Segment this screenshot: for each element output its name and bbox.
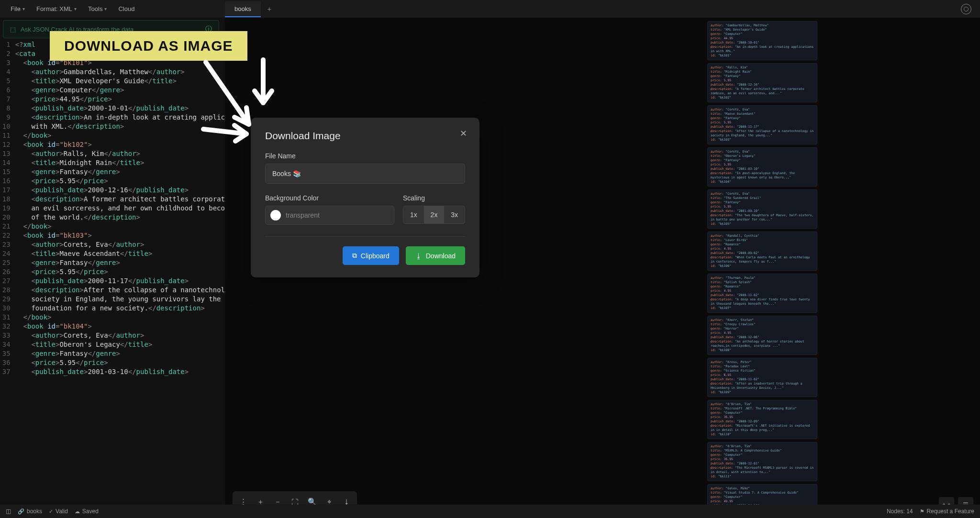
sb-request-feature[interactable]: ⚑Request a Feature (920, 508, 974, 515)
viz-node[interactable]: author: "Thurman, Paula"title: "Splish S… (707, 274, 817, 313)
modal-divider (265, 236, 465, 237)
sb-saved: ☁Saved (75, 508, 99, 515)
clipboard-button[interactable]: ⧉ Clipboard (343, 246, 399, 265)
arrow-icon (249, 57, 287, 115)
bgcolor-label: Background Color (265, 194, 394, 202)
copy-icon: ⧉ (352, 252, 357, 260)
close-icon[interactable]: ✕ (460, 128, 467, 139)
sb-nodes: Nodes: 14 (887, 508, 913, 515)
scale-2x[interactable]: 2x (424, 206, 445, 223)
new-tab-button[interactable]: + (261, 1, 278, 17)
arrow-icon (201, 120, 258, 148)
modal-title: Download Image (265, 130, 465, 142)
menu-format[interactable]: Format: XML▾ (32, 2, 81, 15)
bgcolor-input[interactable]: transparent (265, 206, 394, 225)
viz-node[interactable]: author: "Kress, Peter"title: "Paradox Lo… (707, 358, 817, 397)
scale-1x[interactable]: 1x (403, 206, 424, 223)
flag-icon: ⚑ (920, 508, 924, 515)
chevron-down-icon: ▾ (104, 6, 107, 11)
sb-panel-icon[interactable]: ◫ (6, 508, 11, 515)
viz-node[interactable]: author: "Corets, Eva"title: "Oberon's Le… (707, 147, 817, 187)
filename-label: File Name (265, 152, 465, 160)
viz-node[interactable]: author: "Corets, Eva"title: "Maeve Ascen… (707, 105, 817, 144)
viz-node[interactable]: author: "Corets, Eva"title: "The Sundere… (707, 189, 817, 229)
tab-books[interactable]: books (225, 1, 261, 17)
status-bar: ◫ 🔗books ✓Valid ☁Saved Nodes: 14 ⚑Reques… (0, 505, 980, 518)
download-image-modal: Download Image ✕ File Name Background Co… (251, 118, 479, 277)
viz-node[interactable]: author: "Gambardellas, Matthew"title: "X… (707, 21, 817, 60)
code-editor[interactable]: 1234567891011121314151617181920212223242… (0, 38, 225, 505)
menubar: File▾ Format: XML▾ Tools▾ Cloud (0, 0, 980, 18)
code-content[interactable]: <?xml<cata <book id="bk101"> <author>Gam… (15, 40, 225, 505)
main-area: ⬚ Ask JSON Crack AI to transform the dat… (0, 18, 980, 505)
viz-node[interactable]: author: "O'Brien, Tim"title: "MSXML3: A … (707, 442, 817, 481)
link-icon: 🔗 (18, 508, 24, 515)
menu-tools[interactable]: Tools▾ (83, 2, 111, 15)
user-menu[interactable] (961, 4, 971, 14)
chevron-down-icon: ▾ (22, 6, 25, 11)
color-swatch[interactable] (270, 210, 281, 220)
download-button[interactable]: ⭳ Download (406, 246, 465, 265)
download-icon: ⭳ (415, 252, 422, 260)
chevron-down-icon: ▾ (74, 6, 77, 11)
viz-node[interactable]: author: "O'Brien, Tim"title: "Microsoft … (707, 400, 817, 439)
viz-node[interactable]: author: "Ralls, Kim"title: "Midnight Rai… (707, 63, 817, 102)
user-icon (961, 4, 971, 14)
editor-pane: ⬚ Ask JSON Crack AI to transform the dat… (0, 18, 225, 505)
cloud-icon: ☁ (75, 508, 80, 515)
scaling-label: Scaling (403, 194, 465, 202)
menu-file[interactable]: File▾ (6, 2, 30, 15)
sb-file[interactable]: 🔗books (18, 508, 42, 515)
scaling-group: 1x 2x 3x (403, 206, 465, 224)
scale-3x[interactable]: 3x (444, 206, 465, 223)
menu-cloud[interactable]: Cloud (113, 2, 139, 15)
line-gutter: 1234567891011121314151617181920212223242… (0, 40, 15, 505)
bgcolor-value: transparent (286, 211, 320, 219)
viz-node[interactable]: author: "Randall, Cynthia"title: "Lover … (707, 231, 817, 271)
viz-nodes: author: "Gambardellas, Matthew"title: "X… (707, 21, 817, 518)
viz-node[interactable]: author: "Knorr, Stefan"title: "Creepy Cr… (707, 316, 817, 355)
annotation-callout: Download as Image (50, 31, 247, 61)
sb-valid: ✓Valid (49, 508, 68, 515)
ai-icon: ⬚ (10, 26, 16, 33)
filename-input[interactable] (265, 164, 465, 184)
check-icon: ✓ (49, 508, 53, 515)
tabs: books + (225, 0, 278, 18)
